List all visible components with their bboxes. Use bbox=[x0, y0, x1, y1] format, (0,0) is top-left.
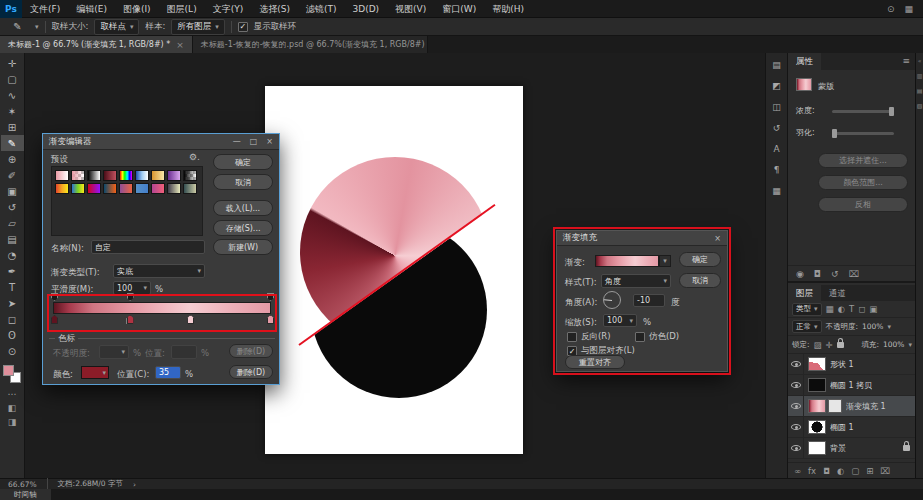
spot-healing-tool[interactable]: ⊕ bbox=[1, 151, 24, 167]
opacity-stop-0[interactable] bbox=[51, 293, 58, 301]
style-select[interactable]: 角度 ▾ bbox=[601, 274, 671, 288]
position-c-input[interactable]: 35 bbox=[155, 366, 181, 379]
info-panel-icon[interactable]: ▦ bbox=[768, 183, 786, 198]
adjustment-layer-icon[interactable]: ◐ bbox=[837, 466, 844, 476]
dock-icon-1[interactable]: ▥ bbox=[917, 72, 923, 79]
color-stop-0[interactable] bbox=[51, 315, 58, 324]
zoom-level[interactable]: 66.67% bbox=[8, 480, 37, 489]
tab-channels[interactable]: 通道 bbox=[821, 285, 854, 301]
opacity-value[interactable]: 100% bbox=[862, 322, 883, 331]
layer-thumbnail[interactable] bbox=[808, 357, 826, 371]
type-tool[interactable]: T bbox=[1, 279, 24, 295]
foreground-color-swatch[interactable] bbox=[3, 365, 14, 376]
new-button[interactable]: 新建(W) bbox=[213, 239, 273, 255]
visibility-toggle[interactable] bbox=[788, 354, 804, 374]
gradient-preset-10[interactable] bbox=[71, 183, 85, 194]
fill-value[interactable]: 100% bbox=[883, 340, 904, 349]
menu-item-5[interactable]: 选择(S) bbox=[251, 0, 298, 18]
layer-thumbnail[interactable] bbox=[808, 378, 826, 392]
scale-input[interactable]: 100 ▾ bbox=[603, 314, 637, 327]
gradient-picker-caret[interactable]: ▾ bbox=[659, 255, 671, 267]
edit-toolbar-icon[interactable]: ⋯ bbox=[1, 387, 24, 401]
eyedropper-tool[interactable]: ✎ bbox=[1, 135, 24, 151]
gradient-preset-0[interactable] bbox=[55, 170, 69, 181]
ok-button[interactable]: 确定 bbox=[213, 154, 273, 170]
link-layers-icon[interactable]: ∞ bbox=[794, 466, 801, 476]
document-tab-2[interactable]: 未标题-1-恢复的-恢复的.psd @ 66.7%(渐变填充 1, RGB/8#… bbox=[193, 36, 428, 53]
document-tab-1[interactable]: 未标题-1 @ 66.7% (渐变填充 1, RGB/8#) * × bbox=[0, 36, 193, 53]
sample-select[interactable]: 所有图层 ▾ bbox=[171, 19, 225, 35]
gradient-fill-titlebar[interactable]: 渐变填充 × bbox=[557, 231, 727, 246]
layer-mask-thumbnail[interactable] bbox=[828, 399, 842, 413]
add-mask-icon[interactable]: ◘ bbox=[823, 466, 830, 476]
visibility-toggle[interactable] bbox=[788, 396, 804, 416]
blend-mode-select[interactable]: 正常 ▾ bbox=[792, 320, 822, 333]
collapse-panels-icon[interactable]: « bbox=[918, 57, 922, 64]
cancel-button[interactable]: 取消 bbox=[679, 273, 721, 288]
layer-name[interactable]: 椭圆 1 拷贝 bbox=[830, 380, 872, 391]
clone-stamp-tool[interactable]: ▣ bbox=[1, 183, 24, 199]
document-canvas[interactable] bbox=[265, 86, 523, 454]
quick-mask-icon[interactable]: ◧ bbox=[1, 401, 24, 415]
layer-name[interactable]: 渐变填充 1 bbox=[846, 401, 886, 412]
dither-checkbox[interactable]: ✓ bbox=[635, 332, 645, 342]
quick-selection-tool[interactable]: ✶ bbox=[1, 103, 24, 119]
invert-button[interactable]: 反相 bbox=[818, 197, 908, 212]
path-selection-tool[interactable]: ➤ bbox=[1, 295, 24, 311]
filter-type-icon[interactable]: T bbox=[849, 304, 854, 314]
layer-row-ellipse-1-copy[interactable]: 椭圆 1 拷贝 bbox=[788, 375, 916, 396]
filter-adjustment-icon[interactable]: ◐ bbox=[838, 304, 845, 314]
delete-layer-icon[interactable]: ⌧ bbox=[880, 466, 890, 476]
delete-color-button[interactable]: 删除(D) bbox=[229, 365, 273, 379]
status-chevron-icon[interactable]: › bbox=[133, 480, 136, 489]
gradient-type-select[interactable]: 实底 ▾ bbox=[113, 264, 205, 278]
feather-slider-knob[interactable] bbox=[832, 129, 837, 138]
menu-item-4[interactable]: 文字(Y) bbox=[205, 0, 252, 18]
reset-icon[interactable]: ↺ bbox=[831, 269, 839, 279]
new-group-icon[interactable]: ▢ bbox=[851, 466, 859, 476]
gradient-preset-15[interactable] bbox=[151, 183, 165, 194]
color-panel-icon[interactable]: ▤ bbox=[768, 57, 786, 72]
gradient-tool[interactable]: ▤ bbox=[1, 231, 24, 247]
dock-icon-3[interactable]: ▧ bbox=[917, 102, 923, 109]
sample-size-select[interactable]: 取样点 ▾ bbox=[94, 19, 139, 35]
gradient-preset-12[interactable] bbox=[103, 183, 117, 194]
menu-item-7[interactable]: 3D(D) bbox=[344, 0, 387, 18]
gradient-preset-8[interactable] bbox=[183, 170, 197, 181]
hand-tool[interactable]: ʘ bbox=[1, 327, 24, 343]
menu-item-0[interactable]: 文件(F) bbox=[22, 0, 68, 18]
menu-item-6[interactable]: 滤镜(T) bbox=[298, 0, 345, 18]
gradient-preset-14[interactable] bbox=[135, 183, 149, 194]
layer-name[interactable]: 形状 1 bbox=[830, 359, 854, 370]
new-layer-icon[interactable]: ⊞ bbox=[866, 466, 873, 476]
gradient-preset-6[interactable] bbox=[151, 170, 165, 181]
density-slider[interactable] bbox=[832, 110, 894, 113]
gradient-preset-4[interactable] bbox=[119, 170, 133, 181]
smoothness-input[interactable]: 100 ▾ bbox=[113, 281, 151, 295]
workspace-switcher-icon[interactable]: ▦ bbox=[904, 4, 913, 14]
lock-transparency-icon[interactable]: ▨ bbox=[814, 340, 822, 350]
move-tool[interactable]: ✛ bbox=[1, 55, 24, 71]
density-slider-knob[interactable] bbox=[889, 107, 894, 116]
layer-row-gradient-fill-1[interactable]: 渐变填充 1 bbox=[788, 396, 916, 417]
maximize-icon[interactable]: □ bbox=[250, 137, 258, 146]
opacity-stop-100[interactable] bbox=[267, 293, 274, 301]
gradient-preset-5[interactable] bbox=[135, 170, 149, 181]
paragraph-panel-icon[interactable]: ¶ bbox=[768, 162, 786, 177]
load-button[interactable]: 载入(L)... bbox=[213, 200, 273, 216]
cancel-button[interactable]: 取消 bbox=[213, 174, 273, 190]
lock-all-icon[interactable] bbox=[837, 342, 844, 348]
gradient-preset-3[interactable] bbox=[103, 170, 117, 181]
pen-tool[interactable]: ✒ bbox=[1, 263, 24, 279]
gradient-fill-strip[interactable] bbox=[595, 255, 659, 267]
dock-icon-2[interactable]: ▤ bbox=[917, 87, 923, 94]
close-icon[interactable]: × bbox=[266, 137, 273, 146]
layer-name[interactable]: 椭圆 1 bbox=[830, 422, 854, 433]
visibility-toggle[interactable] bbox=[788, 375, 804, 395]
layer-thumbnail[interactable] bbox=[808, 441, 826, 455]
select-and-mask-button[interactable]: 选择并遮住... bbox=[818, 153, 908, 168]
layer-row-background[interactable]: 背景 bbox=[788, 438, 916, 459]
menu-item-3[interactable]: 图层(L) bbox=[159, 0, 205, 18]
search-icon[interactable]: ⊙ bbox=[887, 4, 895, 14]
eraser-tool[interactable]: ▱ bbox=[1, 215, 24, 231]
